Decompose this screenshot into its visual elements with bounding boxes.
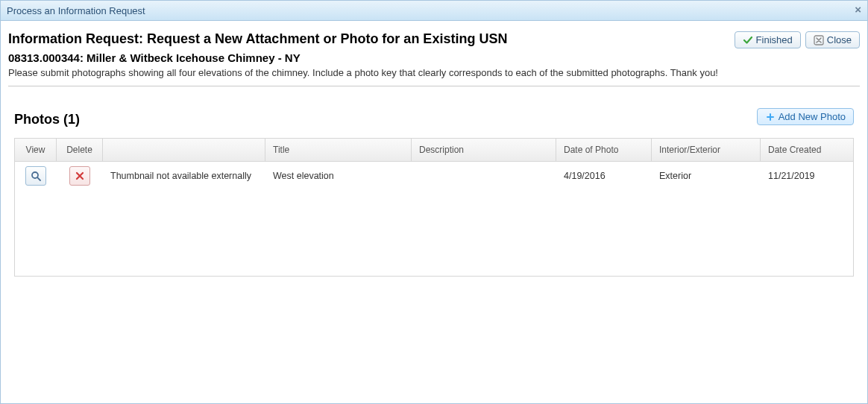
window-title: Process an Information Request	[7, 5, 145, 16]
divider	[8, 86, 860, 86]
svg-line-4	[37, 177, 40, 180]
col-header-delete[interactable]: Delete	[57, 139, 103, 161]
close-button[interactable]: Close	[805, 31, 860, 48]
cell-date-created: 11/21/2019	[761, 168, 853, 184]
view-photo-button[interactable]	[25, 166, 46, 186]
cell-description	[412, 173, 556, 179]
photos-section-title: Photos (1)	[14, 112, 80, 127]
instructions-text: Please submit photographs showing all fo…	[8, 67, 718, 78]
magnifier-icon	[31, 171, 42, 182]
cell-title: West elevation	[265, 168, 412, 184]
plus-icon	[765, 112, 776, 122]
table-row[interactable]: Thumbnail not available externally West …	[15, 162, 853, 190]
finished-button-label: Finished	[756, 34, 793, 45]
col-header-title[interactable]: Title	[265, 139, 412, 161]
header-buttons: Finished Close	[735, 28, 860, 48]
cell-date-of-photo: 4/19/2016	[556, 168, 652, 184]
add-new-photo-label: Add New Photo	[779, 111, 846, 122]
window-close-icon[interactable]: ×	[855, 3, 861, 16]
col-header-view[interactable]: View	[15, 139, 57, 161]
close-button-label: Close	[827, 34, 852, 45]
delete-x-icon	[75, 171, 85, 181]
content-area: Information Request: Request a New Attac…	[1, 21, 867, 277]
header-text: Information Request: Request a New Attac…	[8, 28, 718, 86]
photos-grid: View Delete Title Description Date of Ph…	[14, 138, 854, 277]
col-header-date-created[interactable]: Date Created	[761, 139, 853, 161]
check-icon	[743, 35, 753, 45]
grid-header: View Delete Title Description Date of Ph…	[15, 139, 853, 162]
cell-thumbnail: Thumbnail not available externally	[103, 168, 265, 184]
title-bar: Process an Information Request ×	[1, 1, 867, 21]
dialog-window: Process an Information Request × Informa…	[0, 0, 868, 404]
col-header-description[interactable]: Description	[412, 139, 556, 161]
header-row: Information Request: Request a New Attac…	[8, 28, 860, 86]
cell-interior-exterior: Exterior	[652, 168, 761, 184]
col-header-date-of-photo[interactable]: Date of Photo	[556, 139, 652, 161]
finished-button[interactable]: Finished	[735, 31, 801, 48]
add-new-photo-button[interactable]: Add New Photo	[757, 108, 854, 125]
record-title: 08313.000344: Miller & Witbeck Icehouse …	[8, 51, 718, 64]
photos-section-header: Photos (1) Add New Photo	[8, 101, 860, 132]
col-header-interior-exterior[interactable]: Interior/Exterior	[652, 139, 761, 161]
svg-rect-2	[767, 116, 774, 118]
close-icon	[814, 35, 824, 45]
delete-photo-button[interactable]	[69, 166, 90, 186]
grid-body: Thumbnail not available externally West …	[15, 162, 853, 276]
col-header-thumbnail[interactable]	[103, 139, 265, 161]
page-title: Information Request: Request a New Attac…	[8, 31, 718, 47]
